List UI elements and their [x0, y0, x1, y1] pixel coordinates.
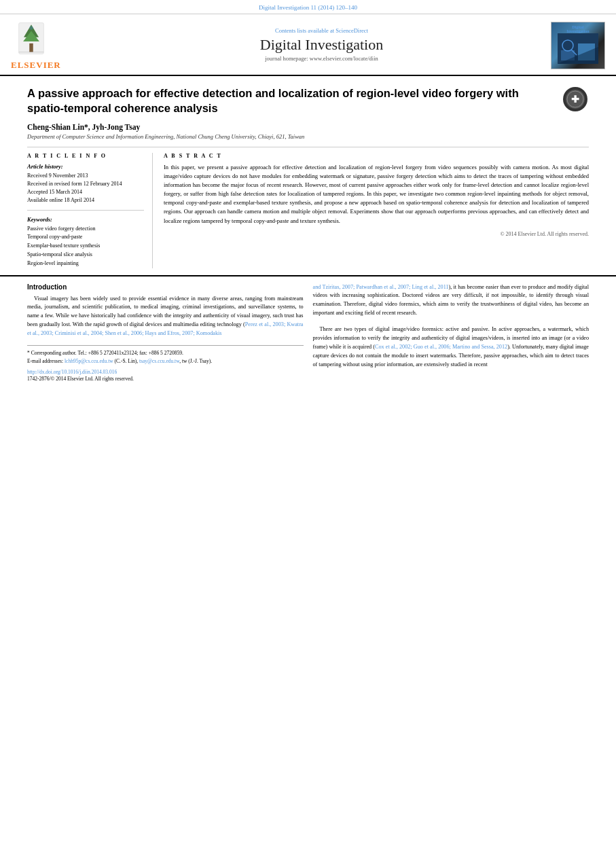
abstract-text: In this paper, we present a passive appr…: [164, 163, 589, 226]
elsevier-logo-area: ELSEVIER: [11, 20, 92, 71]
elsevier-wordmark: ELSEVIER: [11, 60, 92, 71]
body-left-column: Introduction Visual imagery has been wid…: [27, 283, 304, 382]
keyword-2: Temporal copy-and-paste: [27, 233, 144, 242]
thumbnail-image: DigitalInvestigation: [551, 22, 604, 69]
email-link-2[interactable]: tsay@cs.ccu.edu.tw: [139, 358, 179, 364]
ref-link-1[interactable]: Perez et al., 2003; Kwatra et al., 2003;…: [27, 321, 304, 336]
svg-rect-1: [29, 43, 33, 52]
svg-point-5: [29, 26, 33, 30]
copyright-line: © 2014 Elsevier Ltd. All rights reserved…: [164, 231, 589, 237]
crossmark-icon: ✚: [563, 87, 587, 111]
keywords-list: Passive video forgery detection Temporal…: [27, 225, 144, 268]
article-title: A passive approach for effective detecti…: [27, 86, 589, 116]
article-info-abstract: A R T I C L E I N F O Article history: R…: [27, 153, 589, 268]
journal-center-info: Contents lists available at ScienceDirec…: [92, 27, 551, 64]
keyword-4: Spatio-temporal slice analysis: [27, 251, 144, 260]
body-para-1: Visual imagery has been widely used to p…: [27, 295, 304, 339]
online-date: Available online 18 April 2014: [27, 196, 144, 204]
revised-date: Received in revised form 12 February 201…: [27, 180, 144, 188]
elsevier-tree-icon: [11, 20, 52, 57]
history-heading: Article history:: [27, 163, 144, 170]
abstract-heading: A B S T R A C T: [164, 153, 589, 159]
keyword-3: Exemplar-based texture synthesis: [27, 242, 144, 251]
crossmark-badge[interactable]: ✚: [562, 86, 589, 113]
info-divider: [27, 210, 144, 211]
contents-available-line: Contents lists available at ScienceDirec…: [92, 27, 551, 34]
keyword-1: Passive video forgery detection: [27, 225, 144, 234]
footnote-section: * Corresponding author. Tel.: +886 5 272…: [27, 345, 304, 365]
top-bar: Digital Investigation 11 (2014) 120–140: [0, 0, 616, 14]
homepage-line: journal homepage: www.elsevier.com/locat…: [92, 55, 551, 62]
keyword-5: Region-level inpainting: [27, 260, 144, 268]
abstract-column: A B S T R A C T In this paper, we presen…: [164, 153, 589, 268]
elsevier-logo: [11, 20, 92, 57]
affiliation: Department of Computer Science and Infor…: [27, 133, 589, 140]
authors: Cheng-Shian Lin*, Jyh-Jong Tsay: [27, 123, 589, 131]
journal-title: Digital Investigation: [92, 36, 551, 54]
thumbnail-title: DigitalInvestigation: [566, 25, 589, 33]
ref-link-3[interactable]: Cox et al., 2002; Guo et al., 2006; Mart…: [375, 344, 507, 350]
keywords-heading: Keywords:: [27, 216, 144, 223]
body-section: Introduction Visual imagery has been wid…: [0, 275, 616, 389]
header-divider: [27, 147, 589, 147]
thumbnail-graphic: [558, 33, 598, 64]
journal-thumbnail: DigitalInvestigation: [551, 22, 605, 69]
article-info-heading: A R T I C L E I N F O: [27, 153, 144, 159]
body-two-col: Introduction Visual imagery has been wid…: [27, 283, 589, 382]
issn-line: 1742-2876/© 2014 Elsevier Ltd. All right…: [27, 376, 304, 382]
email-note: E-mail addresses: lchh95p@cs.ccu.edu.tw …: [27, 357, 304, 365]
body-para-right-2: There are two types of digital image/vid…: [313, 325, 590, 370]
ref-link-2[interactable]: and Tziritas, 2007; Patwardhan et al., 2…: [313, 284, 449, 290]
journal-citation: Digital Investigation 11 (2014) 120–140: [259, 4, 357, 11]
article-main: A passive approach for effective detecti…: [0, 76, 616, 275]
email-link-1[interactable]: lchh95p@cs.ccu.edu.tw: [65, 358, 113, 364]
received-date: Received 9 November 2013: [27, 172, 144, 180]
article-info-column: A R T I C L E I N F O Article history: R…: [27, 153, 153, 268]
svg-text:✚: ✚: [571, 94, 579, 105]
doi-link[interactable]: http://dx.doi.org/10.1016/j.diin.2014.03…: [27, 369, 304, 375]
body-right-column: and Tziritas, 2007; Patwardhan et al., 2…: [313, 283, 590, 382]
corresponding-author-note: * Corresponding author. Tel.: +886 5 272…: [27, 349, 304, 357]
body-para-right-1: and Tziritas, 2007; Patwardhan et al., 2…: [313, 283, 590, 319]
introduction-heading: Introduction: [27, 283, 304, 291]
sciencedirect-link[interactable]: ScienceDirect: [336, 27, 368, 34]
accepted-date: Accepted 15 March 2014: [27, 188, 144, 196]
journal-header: ELSEVIER Contents lists available at Sci…: [0, 14, 616, 76]
